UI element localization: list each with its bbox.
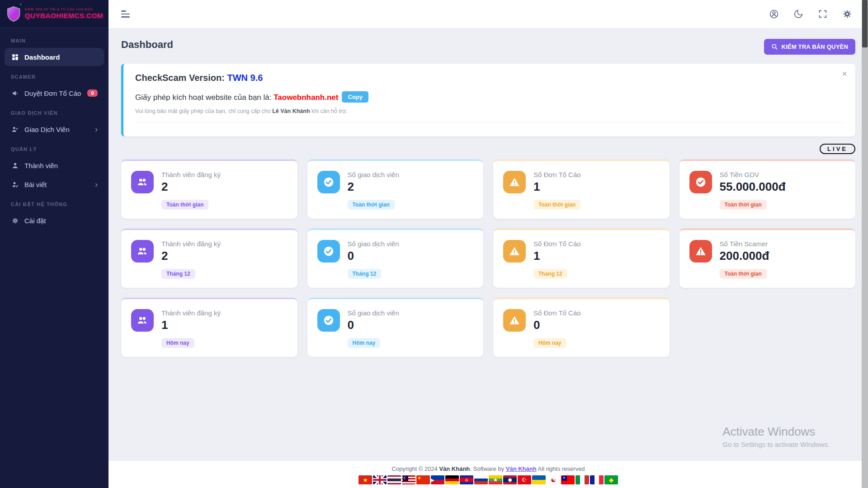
stat-card: Số giao dịch viên 2 Toàn thời gian [307, 160, 484, 219]
profile-icon[interactable] [769, 9, 779, 19]
stat-period-badge: Hôm nay [348, 338, 381, 348]
users-icon [131, 240, 154, 263]
license-note: Vui lòng bảo mật giấy phép của bạn, chỉ … [135, 108, 844, 114]
hamburger-menu-icon[interactable] [121, 10, 130, 18]
owner-name: Văn Khánh [439, 465, 470, 472]
taiwan-flag[interactable]: ☀ [561, 475, 575, 484]
stat-value: 0 [348, 318, 399, 332]
warning-triangle-icon [503, 240, 526, 263]
stat-card: Số Tiền Scamer 200.000đ Toàn thời gian [679, 229, 856, 288]
brazil-flag[interactable]: ◆ [604, 475, 618, 484]
vietnam-flag[interactable]: ★ [359, 475, 372, 484]
stat-label: Số Tiền GDV [720, 171, 786, 178]
stat-card: Thành viên đăng ký 2 Tháng 12 [121, 229, 297, 288]
main-area: Dashboard KIỂM TRA BẢN QUYỀN × CheckScam… [108, 0, 868, 488]
close-icon[interactable]: × [842, 69, 847, 78]
stat-period-badge: Hôm nay [161, 338, 194, 348]
stat-period-badge: Toàn thời gian [161, 200, 208, 210]
stat-value: 200.000đ [720, 249, 769, 263]
stat-label: Thành viên đăng ký [161, 171, 221, 178]
stat-label: Số giao dịch viên [348, 240, 399, 248]
china-flag[interactable]: ★ [416, 475, 430, 484]
activate-windows-watermark: Activate Windows Go to Settings to activ… [722, 425, 830, 448]
germany-flag[interactable] [445, 475, 459, 484]
count-badge: 0 [87, 89, 97, 97]
cambodia-flag[interactable]: ⌂ [460, 475, 473, 484]
live-badge: LIVE [820, 144, 855, 154]
sidebar-item-label: Thành viên [24, 162, 58, 169]
chevron-right-icon: › [95, 180, 98, 188]
chevron-right-icon: › [95, 125, 98, 133]
copy-button[interactable]: Copy [342, 91, 368, 103]
sidebar-item-dashboard[interactable]: Dashboard [5, 48, 104, 66]
dark-mode-moon-icon[interactable] [793, 9, 804, 19]
stat-period-badge: Tháng 12 [161, 269, 195, 279]
sidebar-collapse-icon[interactable]: ‹ [20, 1, 22, 7]
search-icon [771, 43, 778, 50]
sidebar-item-label: Giao Dịch Viên [24, 126, 70, 133]
page-scrollbar[interactable] [862, 0, 868, 488]
sidebar-item-thành-viên[interactable]: Thành viên [5, 156, 104, 174]
sidebar-item-duyệt-đơn-tố-cáo[interactable]: Duyệt Đơn Tố Cáo 0 [5, 84, 104, 102]
check-circle-icon [317, 309, 340, 332]
stat-period-badge: Tháng 12 [533, 269, 567, 279]
logo-title: QUYBAOHIEMCS.COM [24, 12, 103, 20]
software-author-link[interactable]: Văn Khánh [506, 465, 537, 472]
logo[interactable]: ‹ KIỂM TRA UY TÍN & TỐ CÁO LỪA ĐẢO QUYBA… [0, 0, 108, 28]
sidebar-section-label: CÀI ĐẶT HỆ THỐNG [0, 194, 108, 211]
stat-card: Thành viên đăng ký 2 Toàn thời gian [121, 160, 297, 219]
sidebar-item-bài-viết[interactable]: Bài viết › [5, 175, 104, 193]
user-icon [11, 161, 19, 169]
stat-period-badge: Toàn thời gian [533, 200, 580, 210]
ukraine-flag[interactable] [532, 475, 546, 484]
thailand-flag[interactable] [387, 475, 401, 484]
dashboard-grid-icon [11, 53, 19, 61]
stat-card: Thành viên đăng ký 1 Hôm nay [121, 298, 297, 357]
france-flag[interactable] [590, 475, 604, 484]
megaphone-icon [11, 89, 19, 97]
sidebar-item-giao-dịch-viên[interactable]: Giao Dịch Viên › [5, 120, 104, 138]
sidebar-item-cài-đặt[interactable]: Cài đặt [5, 211, 104, 230]
warning-triangle-icon [503, 171, 526, 193]
south-korea-flag[interactable]: ☯ [547, 475, 560, 484]
scrollbar-thumb[interactable] [862, 0, 868, 47]
stat-period-badge: Toàn thời gian [348, 200, 395, 210]
content-area: Dashboard KIỂM TRA BẢN QUYỀN × CheckScam… [108, 28, 868, 461]
stat-value: 55.000.000đ [720, 180, 786, 194]
fullscreen-icon[interactable] [817, 9, 828, 19]
stats-grid: Thành viên đăng ký 2 Toàn thời gian Số g… [108, 154, 868, 357]
italy-flag[interactable] [576, 475, 589, 484]
malaysia-flag[interactable]: ☪ [402, 475, 415, 484]
settings-gear-icon[interactable] [842, 9, 853, 19]
check-circle-icon [317, 240, 340, 263]
stat-value: 0 [533, 318, 581, 332]
stat-label: Số Tiền Scamer [720, 240, 769, 248]
united-kingdom-flag[interactable] [373, 475, 387, 484]
stat-value: 1 [533, 180, 581, 194]
sidebar-section-label: SCAMER [0, 67, 108, 83]
warning-triangle-icon [503, 309, 526, 332]
russia-flag[interactable] [474, 475, 488, 484]
stat-value: 2 [161, 249, 221, 263]
laos-flag[interactable]: ● [503, 475, 517, 484]
stat-label: Số Đơn Tố Cáo [533, 240, 581, 248]
turkey-flag[interactable]: ☪ [518, 475, 531, 484]
copyright-text: Copyright © 2024 Văn Khánh. Software by … [108, 465, 868, 472]
language-flags: ★☪★▶⌂★●☪☯☀◆ [108, 475, 868, 484]
stat-value: 1 [161, 318, 221, 332]
version-number: TWN 9.6 [227, 73, 263, 83]
user-check-icon [11, 125, 19, 133]
check-license-button[interactable]: KIỂM TRA BẢN QUYỀN [764, 39, 855, 55]
philippines-flag[interactable]: ▶ [431, 475, 444, 484]
page-title: Dashboard [121, 39, 173, 51]
user-pen-icon [11, 180, 19, 188]
sidebar-item-label: Duyệt Đơn Tố Cáo [24, 89, 81, 97]
stat-label: Số giao dịch viên [348, 309, 399, 317]
stat-period-badge: Tháng 12 [348, 269, 382, 279]
myanmar-flag[interactable]: ★ [489, 475, 502, 484]
sidebar-section-label: MAIN [0, 31, 108, 47]
stat-label: Thành viên đăng ký [161, 309, 221, 317]
sidebar-section-label: GIAO DỊCH VIÊN [0, 103, 108, 119]
license-domain: Taowebnhanh.net [274, 93, 338, 102]
stat-label: Số Đơn Tố Cáo [533, 309, 581, 317]
